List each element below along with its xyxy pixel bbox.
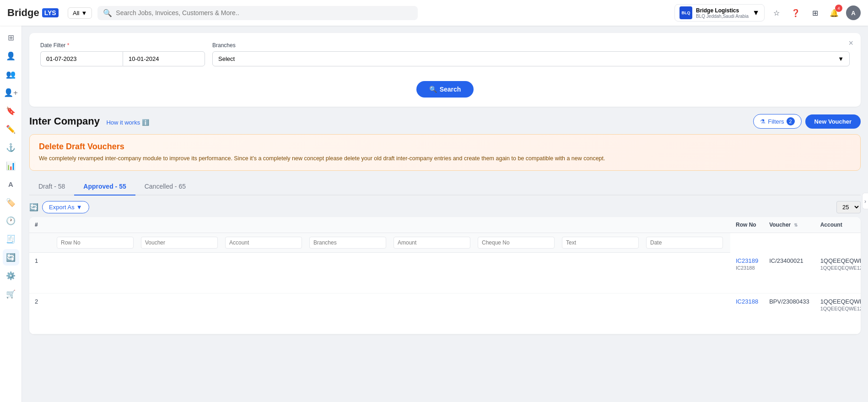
col-header-voucher[interactable]: Voucher ⇅	[764, 217, 814, 233]
sidebar-collapse-handle[interactable]: ›	[862, 193, 868, 209]
tab-approved[interactable]: Approved - 55	[74, 178, 135, 196]
refresh-button[interactable]: 🔄	[29, 203, 38, 212]
tab-draft[interactable]: Draft - 58	[29, 178, 74, 196]
sidebar-item-user[interactable]: 👤	[3, 48, 19, 64]
filter-input-voucher[interactable]	[141, 237, 218, 249]
new-voucher-button[interactable]: New Voucher	[805, 114, 861, 129]
sidebar-item-transfer[interactable]: 🔄	[3, 249, 19, 266]
table-header-row: # Row No Voucher ⇅ Account Branches Amou…	[29, 217, 861, 233]
search-input[interactable]	[116, 9, 412, 16]
branches-chevron-icon: ▼	[838, 55, 844, 62]
branches-dropdown[interactable]: Select ▼	[212, 51, 850, 66]
date-to-input[interactable]	[123, 51, 205, 66]
filter-row: Date Filter * Branches Select ▼	[40, 42, 850, 66]
chevron-left-icon: ›	[864, 198, 866, 205]
sort-voucher-icon: ⇅	[794, 223, 798, 228]
account-sub-1: 1QQEEQEQWE12123123213...	[820, 265, 861, 271]
sidebar-item-cart[interactable]: 🛒	[3, 286, 19, 302]
col-header-hash: #	[29, 217, 730, 233]
col-header-rowno: Row No	[730, 217, 764, 233]
filter-input-account[interactable]	[225, 237, 302, 249]
account-sub-2: 1QQEEQEQWE12123123213...	[820, 306, 861, 311]
sidebar-item-settings[interactable]: ⚙️	[3, 267, 19, 284]
tab-cancelled[interactable]: Cancelled - 65	[135, 178, 195, 196]
page-header: Inter Company How it works ℹ️ ⚗ Filters …	[29, 114, 861, 129]
sidebar-item-grid[interactable]: ⊞	[3, 29, 19, 46]
filters-button[interactable]: ⚗ Filters 2	[753, 114, 801, 129]
rowno-link-2[interactable]: IC23188	[736, 298, 758, 305]
per-page-select[interactable]: 25	[836, 201, 861, 213]
global-search[interactable]: 🔍	[97, 6, 418, 20]
info-icon: ℹ️	[142, 119, 149, 126]
rowno-sub-1: IC23188	[736, 265, 758, 271]
notifications-button[interactable]: 🔔 4	[827, 5, 841, 20]
date-range	[40, 51, 205, 66]
help-icon-button[interactable]: ❓	[788, 5, 803, 20]
table-filter-input-row	[29, 233, 730, 253]
rowno-link-1[interactable]: IC23189	[736, 257, 758, 264]
date-from-input[interactable]	[40, 51, 123, 66]
sidebar-item-clock[interactable]: 🕐	[3, 212, 19, 229]
star-icon-button[interactable]: ☆	[769, 5, 784, 20]
how-it-works-link[interactable]: How it works ℹ️	[106, 119, 149, 126]
filter-card: × Date Filter * Branches Select ▼	[29, 33, 861, 107]
search-filter-dropdown[interactable]: All ▼	[68, 7, 92, 19]
sidebar-item-chart[interactable]: 📊	[3, 158, 19, 174]
user-avatar[interactable]: A	[846, 5, 861, 20]
branches-filter-group: Branches Select ▼	[212, 42, 850, 66]
sidebar-item-edit[interactable]: ✏️	[3, 121, 19, 137]
page-title-area: Inter Company How it works ℹ️	[29, 115, 149, 127]
close-filter-button[interactable]: ×	[848, 38, 853, 48]
branches-filter-label: Branches	[212, 42, 850, 49]
sidebar: ⊞ 👤 👥 👤+ 🔖 ✏️ ⚓ 📊 A 🏷️ 🕐 🧾 🔄 ⚙️ 🛒	[0, 26, 22, 342]
search-btn-label: Search	[440, 86, 461, 93]
table-toolbar: 🔄 Export As ▼ 25	[29, 201, 861, 213]
notification-badge: 4	[835, 5, 842, 12]
warning-text: We completely revamped inter-company mod…	[39, 154, 851, 163]
cell-account-1: 1QQEEQEQWE 1QQEEQEQWE12123123213...	[815, 253, 861, 293]
company-dropdown-icon: ▼	[752, 9, 760, 17]
search-button[interactable]: 🔍 Search	[416, 81, 474, 98]
search-btn-icon: 🔍	[429, 86, 437, 93]
filter-input-amount[interactable]	[394, 237, 470, 249]
main-content: × Date Filter * Branches Select ▼	[22, 26, 868, 342]
sidebar-item-font[interactable]: A	[3, 176, 19, 192]
page-title: Inter Company	[29, 115, 100, 127]
company-selector[interactable]: BLQ Bridge Logistics BLQ Jeddah,Saudi Ar…	[674, 4, 765, 22]
sidebar-item-anchor[interactable]: ⚓	[3, 139, 19, 156]
warning-title: Delete Draft Vouchers	[39, 142, 851, 152]
sidebar-item-users[interactable]: 👥	[3, 66, 19, 82]
logo: Bridge LYS	[7, 7, 62, 19]
date-filter-group: Date Filter *	[40, 42, 205, 66]
cell-voucher-2: BPV/23080433	[764, 293, 814, 334]
cell-num-1: 1	[29, 253, 730, 293]
cell-rowno-2: IC23188	[730, 293, 764, 334]
logo-badge: LYS	[42, 8, 59, 17]
account-main-1: 1QQEEQEQWE	[820, 257, 861, 264]
filter-input-text[interactable]	[562, 237, 639, 249]
top-navigation: Bridge LYS All ▼ 🔍 BLQ Bridge Logistics …	[0, 0, 868, 26]
company-info: Bridge Logistics BLQ Jeddah,Saudi Arabia	[696, 7, 749, 19]
cell-rowno-1: IC23189 IC23188	[730, 253, 764, 293]
cell-account-2: 1QQEEQEQWE 1QQEEQEQWE12123123213...	[815, 293, 861, 334]
warning-banner: Delete Draft Vouchers We completely reva…	[29, 134, 861, 171]
filter-input-chequeno[interactable]	[478, 237, 555, 249]
date-filter-label: Date Filter *	[40, 42, 205, 49]
filter-input-rowno[interactable]	[57, 237, 134, 249]
export-button[interactable]: Export As ▼	[42, 201, 89, 213]
sidebar-item-tag[interactable]: 🏷️	[3, 194, 19, 211]
sidebar-item-bookmark[interactable]: 🔖	[3, 103, 19, 119]
filter-input-date[interactable]	[646, 237, 723, 249]
col-header-account: Account	[815, 217, 861, 233]
data-table: # Row No Voucher ⇅ Account Branches Amou…	[29, 217, 861, 334]
tab-bar: Draft - 58 Approved - 55 Cancelled - 65	[29, 178, 861, 196]
sidebar-item-user-plus[interactable]: 👤+	[3, 84, 19, 101]
apps-icon-button[interactable]: ⊞	[808, 5, 822, 20]
table-row: 1 IC23189 IC23188 IC/23400021 1QQEEQEQWE…	[29, 253, 861, 293]
filter-input-branches[interactable]	[309, 237, 386, 249]
dropdown-chevron-icon: ▼	[81, 10, 87, 16]
filter-all-label: All	[73, 10, 79, 16]
cell-voucher-1: IC/23400021	[764, 253, 814, 293]
branches-placeholder: Select	[218, 55, 235, 62]
sidebar-item-receipt[interactable]: 🧾	[3, 231, 19, 247]
